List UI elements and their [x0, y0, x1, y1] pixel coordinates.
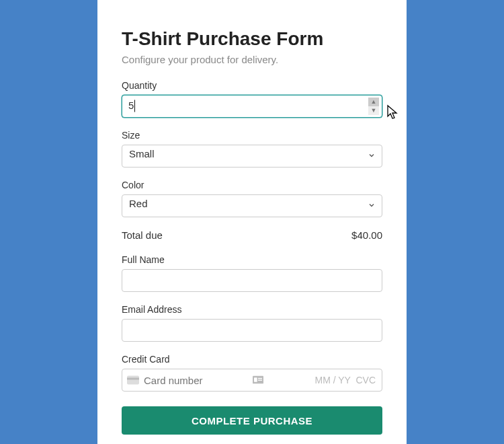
svg-rect-3 — [258, 380, 262, 381]
total-value: $40.00 — [351, 229, 382, 241]
size-select[interactable]: Small — [122, 145, 382, 168]
quantity-step-up[interactable]: ▲ — [368, 98, 379, 106]
cc-extra-placeholders: MM / YY CVC — [314, 375, 376, 385]
full-name-input[interactable] — [122, 269, 382, 292]
quantity-spinner: ▲ ▼ — [368, 98, 379, 115]
size-label: Size — [122, 130, 382, 141]
size-field: Size Small — [122, 130, 382, 168]
quantity-step-down[interactable]: ▼ — [368, 106, 379, 115]
credit-card-label: Credit Card — [122, 354, 382, 365]
color-field: Color Red — [122, 180, 382, 217]
quantity-input-wrap: 5 ▲ ▼ — [122, 95, 382, 118]
color-label: Color — [122, 180, 382, 190]
card-icon — [127, 376, 139, 385]
quantity-input[interactable] — [122, 95, 382, 118]
page-title: T-Shirt Purchase Form — [122, 28, 382, 50]
color-select[interactable]: Red — [122, 194, 382, 217]
email-label: Email Address — [122, 304, 382, 315]
id-card-icon — [253, 375, 263, 386]
full-name-label: Full Name — [122, 254, 382, 265]
full-name-field: Full Name — [122, 254, 382, 292]
total-row: Total due $40.00 — [122, 229, 382, 241]
credit-card-field: Credit Card MM / YY CVC — [122, 354, 382, 392]
page-subtitle: Configure your product for delivery. — [122, 54, 382, 65]
email-field: Email Address — [122, 304, 382, 342]
complete-purchase-button[interactable]: COMPLETE PURCHASE — [122, 406, 382, 435]
svg-rect-2 — [258, 378, 262, 379]
purchase-form-card: T-Shirt Purchase Form Configure your pro… — [97, 0, 407, 444]
quantity-field: Quantity 5 ▲ ▼ — [122, 80, 382, 118]
quantity-label: Quantity — [122, 80, 382, 91]
email-input[interactable] — [122, 319, 382, 342]
total-label: Total due — [122, 229, 163, 241]
svg-rect-1 — [254, 377, 257, 382]
